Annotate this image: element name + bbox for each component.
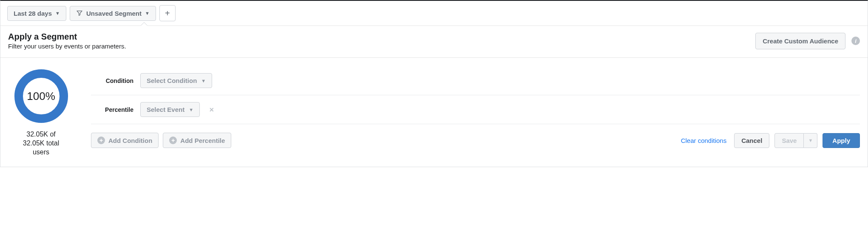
caret-down-icon: ▼ bbox=[145, 11, 150, 16]
select-event-placeholder: Select Event bbox=[147, 106, 184, 113]
panel-title: Apply a Segment bbox=[8, 32, 126, 42]
header-text: Apply a Segment Filter your users by eve… bbox=[8, 32, 126, 50]
info-icon[interactable]: i bbox=[851, 37, 860, 45]
save-button[interactable]: Save bbox=[774, 133, 804, 148]
save-button-group: Save ▼ bbox=[774, 133, 817, 148]
condition-label: Condition bbox=[91, 77, 133, 84]
caret-down-icon: ▼ bbox=[189, 107, 193, 112]
actions-right: Clear conditions Cancel Save ▼ Apply bbox=[678, 133, 860, 148]
clear-conditions-button[interactable]: Clear conditions bbox=[678, 134, 729, 148]
caret-down-icon: ▼ bbox=[808, 138, 813, 143]
panel-body: 100% 32.05K of 32.05K total users Condit… bbox=[0, 58, 868, 167]
add-percentile-label: Add Percentile bbox=[180, 137, 225, 144]
create-custom-audience-button[interactable]: Create Custom Audience bbox=[755, 33, 845, 49]
top-toolbar: Last 28 days ▼ Unsaved Segment ▼ + bbox=[0, 1, 868, 26]
cancel-button[interactable]: Cancel bbox=[734, 133, 769, 148]
percentile-row: Percentile Select Event ▼ ✕ bbox=[91, 95, 860, 124]
add-condition-button[interactable]: + Add Condition bbox=[91, 133, 159, 148]
caption-line: users bbox=[23, 148, 59, 157]
add-condition-label: Add Condition bbox=[108, 137, 152, 144]
donut-chart: 100% bbox=[11, 66, 71, 126]
percentile-label: Percentile bbox=[91, 106, 133, 113]
save-split-button[interactable]: ▼ bbox=[804, 133, 817, 148]
select-event-dropdown[interactable]: Select Event ▼ bbox=[140, 102, 200, 117]
caption-line: 32.05K of bbox=[23, 130, 59, 139]
pointer-arrow-icon bbox=[141, 23, 148, 26]
select-condition-dropdown[interactable]: Select Condition ▼ bbox=[140, 73, 212, 88]
donut-caption: 32.05K of 32.05K total users bbox=[23, 130, 59, 156]
segment-panel: Last 28 days ▼ Unsaved Segment ▼ + Apply… bbox=[0, 0, 868, 167]
condition-row: Condition Select Condition ▼ bbox=[91, 66, 860, 95]
plus-icon: + bbox=[165, 9, 170, 18]
date-range-dropdown[interactable]: Last 28 days ▼ bbox=[7, 6, 66, 21]
caret-down-icon: ▼ bbox=[55, 11, 60, 16]
remove-percentile-button[interactable]: ✕ bbox=[209, 106, 214, 113]
actions-left: + Add Condition + Add Percentile bbox=[91, 133, 231, 148]
plus-circle-icon: + bbox=[97, 137, 105, 144]
header-actions: Create Custom Audience i bbox=[755, 33, 860, 49]
segment-label: Unsaved Segment bbox=[86, 10, 142, 17]
actions-row: + Add Condition + Add Percentile Clear c… bbox=[91, 124, 860, 148]
apply-button[interactable]: Apply bbox=[823, 133, 860, 148]
conditions-column: Condition Select Condition ▼ Percentile … bbox=[91, 66, 860, 156]
caption-line: 32.05K total bbox=[23, 139, 59, 148]
panel-header: Apply a Segment Filter your users by eve… bbox=[0, 26, 868, 58]
segment-dropdown[interactable]: Unsaved Segment ▼ bbox=[70, 6, 156, 21]
donut-percent-label: 100% bbox=[27, 90, 55, 103]
panel-subtitle: Filter your users by events or parameter… bbox=[8, 43, 126, 50]
add-percentile-button[interactable]: + Add Percentile bbox=[163, 133, 231, 148]
add-segment-button[interactable]: + bbox=[159, 5, 176, 21]
select-condition-placeholder: Select Condition bbox=[147, 77, 197, 84]
date-range-label: Last 28 days bbox=[14, 10, 52, 17]
caret-down-icon: ▼ bbox=[201, 78, 206, 83]
donut-column: 100% 32.05K of 32.05K total users bbox=[8, 66, 74, 156]
plus-circle-icon: + bbox=[169, 137, 177, 144]
funnel-icon bbox=[76, 10, 83, 17]
